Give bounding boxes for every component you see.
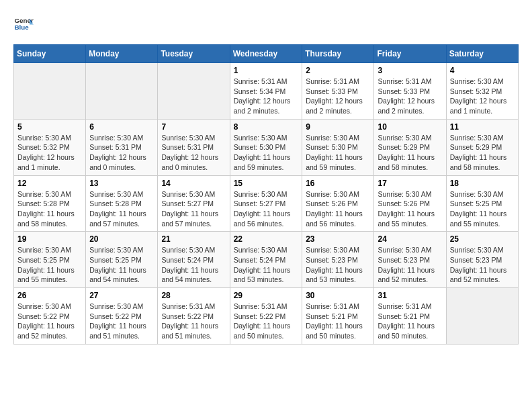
day-info: Sunrise: 5:30 AM Sunset: 5:25 PM Dayligh… [450, 189, 515, 229]
calendar-week-row: 12Sunrise: 5:30 AM Sunset: 5:28 PM Dayli… [14, 175, 519, 232]
calendar-week-row: 5Sunrise: 5:30 AM Sunset: 5:32 PM Daylig… [14, 119, 519, 175]
calendar-cell: 26Sunrise: 5:30 AM Sunset: 5:22 PM Dayli… [14, 288, 86, 345]
day-number: 12 [17, 179, 82, 188]
day-info: Sunrise: 5:30 AM Sunset: 5:28 PM Dayligh… [89, 189, 154, 229]
day-number: 18 [450, 179, 515, 188]
calendar-cell [86, 63, 158, 120]
day-number: 27 [89, 291, 154, 300]
calendar-cell: 17Sunrise: 5:30 AM Sunset: 5:26 PM Dayli… [374, 175, 446, 232]
day-info: Sunrise: 5:30 AM Sunset: 5:23 PM Dayligh… [306, 245, 370, 285]
calendar-cell: 29Sunrise: 5:31 AM Sunset: 5:22 PM Dayli… [230, 288, 302, 345]
calendar-cell [158, 63, 230, 120]
calendar-cell: 7Sunrise: 5:30 AM Sunset: 5:31 PM Daylig… [158, 119, 230, 175]
day-number: 25 [450, 234, 515, 244]
day-info: Sunrise: 5:31 AM Sunset: 5:21 PM Dayligh… [306, 302, 370, 341]
day-info: Sunrise: 5:30 AM Sunset: 5:32 PM Dayligh… [17, 133, 82, 173]
calendar-cell: 14Sunrise: 5:30 AM Sunset: 5:27 PM Dayli… [158, 175, 230, 232]
day-number: 6 [89, 122, 154, 132]
logo-icon: General Blue [13, 13, 34, 34]
svg-text:Blue: Blue [15, 24, 30, 31]
day-number: 5 [17, 122, 82, 132]
day-info: Sunrise: 5:30 AM Sunset: 5:28 PM Dayligh… [17, 189, 82, 229]
calendar-cell: 30Sunrise: 5:31 AM Sunset: 5:21 PM Dayli… [302, 288, 374, 345]
day-info: Sunrise: 5:30 AM Sunset: 5:26 PM Dayligh… [378, 189, 442, 229]
calendar-cell: 3Sunrise: 5:31 AM Sunset: 5:33 PM Daylig… [374, 63, 446, 120]
day-number: 9 [306, 122, 370, 132]
day-number: 7 [161, 122, 226, 132]
calendar-cell: 8Sunrise: 5:30 AM Sunset: 5:30 PM Daylig… [230, 119, 302, 175]
calendar-cell: 20Sunrise: 5:30 AM Sunset: 5:25 PM Dayli… [86, 232, 158, 288]
day-info: Sunrise: 5:30 AM Sunset: 5:31 PM Dayligh… [161, 133, 226, 173]
day-info: Sunrise: 5:30 AM Sunset: 5:26 PM Dayligh… [306, 189, 370, 229]
day-number: 14 [161, 179, 226, 188]
day-number: 20 [89, 234, 154, 244]
weekday-header-friday: Friday [374, 45, 446, 63]
day-number: 3 [378, 66, 442, 75]
day-number: 21 [161, 234, 226, 244]
weekday-header-tuesday: Tuesday [158, 45, 230, 63]
calendar-week-row: 1Sunrise: 5:31 AM Sunset: 5:34 PM Daylig… [14, 63, 519, 120]
day-info: Sunrise: 5:30 AM Sunset: 5:24 PM Dayligh… [234, 245, 299, 285]
day-info: Sunrise: 5:30 AM Sunset: 5:32 PM Dayligh… [450, 77, 515, 116]
day-number: 10 [378, 122, 442, 132]
calendar-cell: 13Sunrise: 5:30 AM Sunset: 5:28 PM Dayli… [86, 175, 158, 232]
calendar-cell: 28Sunrise: 5:31 AM Sunset: 5:22 PM Dayli… [158, 288, 230, 345]
day-info: Sunrise: 5:30 AM Sunset: 5:27 PM Dayligh… [161, 189, 226, 229]
day-number: 13 [89, 179, 154, 188]
day-number: 8 [234, 122, 299, 132]
calendar-cell: 9Sunrise: 5:30 AM Sunset: 5:30 PM Daylig… [302, 119, 374, 175]
day-number: 22 [234, 234, 299, 244]
calendar-cell: 12Sunrise: 5:30 AM Sunset: 5:28 PM Dayli… [14, 175, 86, 232]
weekday-header-wednesday: Wednesday [230, 45, 302, 63]
day-number: 15 [234, 179, 299, 188]
calendar-week-row: 19Sunrise: 5:30 AM Sunset: 5:25 PM Dayli… [14, 232, 519, 288]
day-number: 30 [306, 291, 370, 300]
day-info: Sunrise: 5:30 AM Sunset: 5:25 PM Dayligh… [17, 245, 82, 285]
logo: General Blue [13, 13, 34, 34]
day-number: 29 [234, 291, 299, 300]
day-info: Sunrise: 5:31 AM Sunset: 5:33 PM Dayligh… [306, 77, 370, 116]
day-number: 11 [450, 122, 515, 132]
day-number: 24 [378, 234, 442, 244]
weekday-header-sunday: Sunday [14, 45, 86, 63]
calendar-cell [14, 63, 86, 120]
day-info: Sunrise: 5:31 AM Sunset: 5:33 PM Dayligh… [378, 77, 442, 116]
weekday-header-row: SundayMondayTuesdayWednesdayThursdayFrid… [14, 45, 519, 63]
day-number: 23 [306, 234, 370, 244]
day-number: 2 [306, 66, 370, 75]
day-number: 26 [17, 291, 82, 300]
day-info: Sunrise: 5:30 AM Sunset: 5:30 PM Dayligh… [234, 133, 299, 173]
calendar-cell: 11Sunrise: 5:30 AM Sunset: 5:29 PM Dayli… [446, 119, 518, 175]
calendar-cell: 4Sunrise: 5:30 AM Sunset: 5:32 PM Daylig… [446, 63, 518, 120]
day-info: Sunrise: 5:30 AM Sunset: 5:29 PM Dayligh… [378, 133, 442, 173]
day-info: Sunrise: 5:31 AM Sunset: 5:34 PM Dayligh… [234, 77, 299, 116]
day-info: Sunrise: 5:30 AM Sunset: 5:22 PM Dayligh… [17, 302, 82, 341]
calendar-cell: 5Sunrise: 5:30 AM Sunset: 5:32 PM Daylig… [14, 119, 86, 175]
calendar-cell: 23Sunrise: 5:30 AM Sunset: 5:23 PM Dayli… [302, 232, 374, 288]
day-info: Sunrise: 5:31 AM Sunset: 5:21 PM Dayligh… [378, 302, 442, 341]
day-number: 16 [306, 179, 370, 188]
calendar-cell: 19Sunrise: 5:30 AM Sunset: 5:25 PM Dayli… [14, 232, 86, 288]
weekday-header-monday: Monday [86, 45, 158, 63]
calendar-cell: 31Sunrise: 5:31 AM Sunset: 5:21 PM Dayli… [374, 288, 446, 345]
day-info: Sunrise: 5:30 AM Sunset: 5:31 PM Dayligh… [89, 133, 154, 173]
day-info: Sunrise: 5:30 AM Sunset: 5:29 PM Dayligh… [450, 133, 515, 173]
calendar-cell [446, 288, 518, 345]
day-info: Sunrise: 5:30 AM Sunset: 5:22 PM Dayligh… [89, 302, 154, 341]
calendar-cell: 10Sunrise: 5:30 AM Sunset: 5:29 PM Dayli… [374, 119, 446, 175]
day-info: Sunrise: 5:30 AM Sunset: 5:30 PM Dayligh… [306, 133, 370, 173]
day-info: Sunrise: 5:31 AM Sunset: 5:22 PM Dayligh… [234, 302, 299, 341]
day-info: Sunrise: 5:30 AM Sunset: 5:23 PM Dayligh… [378, 245, 442, 285]
calendar-cell: 2Sunrise: 5:31 AM Sunset: 5:33 PM Daylig… [302, 63, 374, 120]
day-info: Sunrise: 5:30 AM Sunset: 5:27 PM Dayligh… [234, 189, 299, 229]
calendar-table: SundayMondayTuesdayWednesdayThursdayFrid… [13, 44, 519, 345]
calendar-cell: 22Sunrise: 5:30 AM Sunset: 5:24 PM Dayli… [230, 232, 302, 288]
day-number: 4 [450, 66, 515, 75]
calendar-cell: 15Sunrise: 5:30 AM Sunset: 5:27 PM Dayli… [230, 175, 302, 232]
day-number: 31 [378, 291, 442, 300]
calendar-cell: 1Sunrise: 5:31 AM Sunset: 5:34 PM Daylig… [230, 63, 302, 120]
day-number: 1 [234, 66, 299, 75]
day-number: 17 [378, 179, 442, 188]
day-info: Sunrise: 5:31 AM Sunset: 5:22 PM Dayligh… [161, 302, 226, 341]
calendar-cell: 18Sunrise: 5:30 AM Sunset: 5:25 PM Dayli… [446, 175, 518, 232]
